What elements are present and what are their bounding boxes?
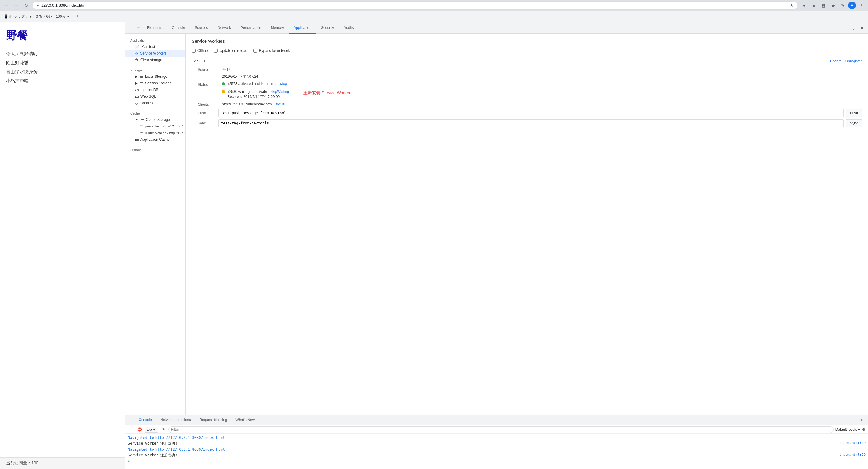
console-top-selector[interactable]: top ▼	[145, 427, 158, 433]
sidebar-divider-2	[125, 107, 185, 108]
tab-elements[interactable]: Elements	[142, 22, 167, 34]
star-icon[interactable]: ★	[789, 2, 794, 8]
sw-clients-row: Clients http://127.0.0.1:8080/index.html…	[192, 102, 862, 107]
cookies-icon: ◇	[135, 101, 138, 105]
sw-host-row: 127.0.0.1 Update Unregister	[192, 59, 862, 63]
main-layout: 野餐 今天天气好晴朗 陌上野花香 青山绿水绕身旁 小鸟声声唱 当前访问量：100…	[0, 22, 868, 469]
sw-skip-waiting-link[interactable]: skipWaiting	[271, 90, 289, 94]
user-avatar[interactable]: A	[848, 1, 856, 9]
tab-security[interactable]: Security	[316, 22, 339, 34]
sw-push-row: Push Push	[192, 109, 862, 117]
tab-application[interactable]: Application	[289, 22, 316, 34]
console-filter-input[interactable]	[168, 426, 834, 433]
devtools-close-button[interactable]: ✕	[858, 24, 866, 32]
console-clear-button[interactable]: ⛔	[136, 426, 143, 433]
devtools-body: Application 📄 Manifest ⚙ Service Workers…	[125, 34, 868, 469]
sidebar-item-precache[interactable]: 🗃 precache - http://127.0.0.1:8080	[125, 123, 185, 130]
sw-stop-link[interactable]: stop	[280, 82, 287, 86]
clear-storage-icon: 🗑	[135, 58, 138, 62]
console-output: Navigated to http://127.0.0.1:8080/index…	[125, 434, 868, 469]
console-file-2[interactable]: index.html:19	[840, 453, 866, 457]
console-gear-icon[interactable]: ⚙	[862, 427, 866, 432]
devtools-content: Application 📄 Manifest ⚙ Service Workers…	[125, 34, 868, 415]
bypass-for-network-checkbox[interactable]	[253, 49, 257, 53]
tab-console[interactable]: Console	[167, 22, 190, 34]
tab-sources[interactable]: Sources	[190, 22, 213, 34]
address-bar[interactable]: ● 127.0.0.1:8080/index.html ★	[33, 1, 798, 10]
console-close-button[interactable]: ✕	[859, 417, 866, 424]
extensions-icon[interactable]: ●	[800, 1, 808, 10]
console-toolbar: ◦ ⛔ top ▼ 👁 Default levels ▾ ⚙	[125, 425, 868, 434]
console-file-1[interactable]: index.html:19	[840, 441, 866, 445]
console-tab-whats-new[interactable]: What's New	[231, 415, 259, 425]
sidebar-item-indexeddb[interactable]: 🗃 IndexedDB	[125, 87, 185, 93]
menu-button[interactable]: ⋮	[857, 1, 866, 10]
sw-update-link[interactable]: Update	[830, 59, 842, 63]
cast-icon[interactable]: ∎	[809, 1, 818, 10]
console-panel: ⋮ Console Network conditions Request blo…	[125, 415, 868, 469]
tab-performance[interactable]: Performance	[236, 22, 266, 34]
back-button[interactable]: ←	[2, 1, 11, 10]
reload-button[interactable]: ↻	[22, 1, 30, 10]
console-inspect-button[interactable]: ◦	[128, 426, 134, 433]
sw-status-active-text: #2573 activated and is running	[227, 82, 276, 86]
console-levels[interactable]: Default levels ▾	[835, 428, 860, 432]
forward-button[interactable]: →	[12, 1, 21, 10]
sidebar-item-manifest[interactable]: 📄 Manifest	[125, 43, 185, 50]
console-link-2[interactable]: http://127.0.0.1:8080/index.html	[155, 447, 225, 451]
service-workers-icon: ⚙	[135, 51, 138, 56]
update-on-reload-checkbox-label[interactable]: Update on reload	[214, 49, 247, 53]
devtools-more-tabs-button[interactable]: ⋮	[850, 24, 857, 32]
sidebar-divider-1	[125, 64, 185, 65]
viewport: 野餐 今天天气好晴朗 陌上野花香 青山绿水绕身旁 小鸟声声唱 当前访问量：100	[0, 22, 125, 469]
device-selector[interactable]: 📱 iPhone 6/... ▼	[4, 14, 33, 19]
indexeddb-icon: 🗃	[135, 88, 138, 92]
device-name: iPhone 6/...	[9, 14, 28, 19]
cache-storage-icon: 🗃	[141, 118, 144, 122]
offline-checkbox-label[interactable]: Offline	[192, 49, 208, 53]
page-line-1: 今天天气好晴朗	[6, 49, 119, 58]
precache-icon: 🗃	[140, 124, 144, 128]
edit-icon[interactable]: ✎	[838, 1, 847, 10]
update-on-reload-checkbox[interactable]	[214, 49, 218, 53]
console-tab-network-conditions[interactable]: Network conditions	[156, 415, 195, 425]
tab-network[interactable]: Network	[213, 22, 236, 34]
sw-unregister-link[interactable]: Unregister	[845, 59, 862, 63]
sidebar-item-local-storage[interactable]: ▶ 🗃 Local Storage	[125, 73, 185, 80]
url-display: 127.0.0.1:8080/index.html	[41, 3, 787, 7]
bypass-for-network-checkbox-label[interactable]: Bypass for network	[253, 49, 290, 53]
sidebar-section-cache: Cache	[125, 109, 185, 116]
tab-audits[interactable]: Audits	[339, 22, 358, 34]
sw-sync-button[interactable]: Sync	[846, 119, 862, 127]
sw-sync-label: Sync	[198, 121, 216, 125]
devtools-responsive-button[interactable]: ▭	[135, 24, 142, 32]
sw-received-value: 2019/5/14 下午7:07:24	[222, 74, 258, 79]
sidebar-item-web-sql[interactable]: 🗃 Web SQL	[125, 93, 185, 100]
sw-push-input[interactable]	[218, 109, 844, 117]
sidebar-item-session-storage[interactable]: ▶ 🗃 Session Storage	[125, 80, 185, 87]
sidebar-item-cache-storage[interactable]: ▼ 🗃 Cache Storage	[125, 116, 185, 123]
sidebar-item-clear-storage[interactable]: 🗑 Clear storage	[125, 57, 185, 63]
console-link-1[interactable]: http://127.0.0.1:8080/index.html	[155, 436, 225, 440]
sidebar-item-service-workers[interactable]: ⚙ Service Workers	[125, 50, 185, 57]
sidebar-item-application-cache[interactable]: 🗃 Application Cache	[125, 136, 185, 143]
console-more-button[interactable]: ⋮	[128, 417, 134, 424]
sw-focus-link[interactable]: focus	[276, 102, 284, 106]
sw-sync-input[interactable]	[218, 119, 844, 127]
offline-checkbox[interactable]	[192, 49, 195, 53]
console-tab-console[interactable]: Console	[134, 415, 156, 425]
device-more-button[interactable]: ⋮	[73, 12, 82, 21]
sw-push-button[interactable]: Push	[846, 109, 862, 117]
console-eye-button[interactable]: 👁	[160, 426, 167, 433]
puzzle-icon[interactable]: ◆	[829, 1, 837, 10]
device-toolbar: 📱 iPhone 6/... ▼ 375 × 667 100% ▼ ⋮	[0, 11, 868, 22]
sidebar-item-runtime-cache[interactable]: 🗃 runtime-cache - http://127.0.0.1:8080	[125, 130, 185, 136]
device-zoom[interactable]: 100% ▼	[56, 14, 70, 19]
sw-source-link[interactable]: sw.js	[222, 67, 230, 71]
console-prompt[interactable]: >	[128, 459, 130, 463]
devtools-inspect-button[interactable]: ◦	[128, 24, 135, 32]
console-tab-request-blocking[interactable]: Request blocking	[195, 415, 231, 425]
qr-icon[interactable]: ▦	[819, 1, 828, 10]
sidebar-item-cookies[interactable]: ◇ Cookies	[125, 100, 185, 106]
tab-memory[interactable]: Memory	[266, 22, 289, 34]
